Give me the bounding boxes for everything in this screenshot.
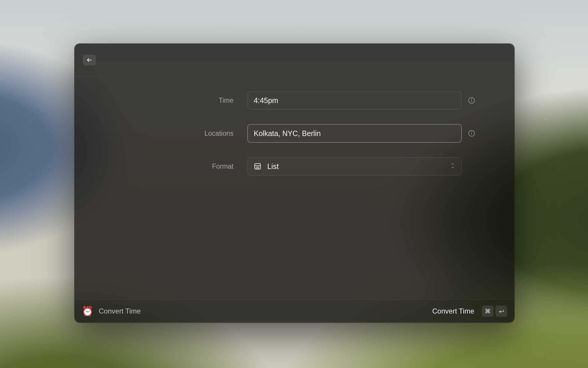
- svg-point-6: [472, 132, 472, 132]
- format-selected-value: List: [267, 162, 450, 171]
- list-icon: [254, 163, 261, 170]
- time-row: Time: [75, 91, 514, 110]
- shortcut-enter-key: [495, 306, 507, 317]
- locations-input[interactable]: [254, 129, 455, 138]
- chevron-down-icon: [450, 163, 455, 170]
- time-input[interactable]: [254, 96, 455, 105]
- convert-time-panel: Time Locations: [74, 44, 514, 323]
- shortcut-cmd-key: ⌘: [482, 306, 494, 317]
- format-label: Format: [75, 163, 248, 170]
- svg-point-3: [472, 99, 472, 99]
- locations-row: Locations: [75, 124, 514, 142]
- footer-left: ⏰ Convert Time: [82, 306, 141, 316]
- panel-header: [75, 44, 514, 77]
- back-button[interactable]: [83, 55, 96, 65]
- locations-info-icon[interactable]: [467, 129, 476, 137]
- alarm-clock-icon: ⏰: [82, 306, 93, 316]
- panel-footer: ⏰ Convert Time Convert Time ⌘: [75, 299, 514, 322]
- form-body: Time Locations: [75, 77, 514, 299]
- convert-time-button[interactable]: Convert Time: [432, 307, 474, 315]
- locations-label: Locations: [75, 130, 248, 137]
- time-label: Time: [75, 97, 248, 105]
- format-select[interactable]: List: [248, 157, 462, 175]
- format-row: Format List: [75, 157, 514, 175]
- time-input-wrap[interactable]: [248, 91, 462, 110]
- locations-input-wrap[interactable]: [248, 124, 462, 142]
- time-info-icon[interactable]: [467, 96, 476, 105]
- footer-title: Convert Time: [99, 307, 141, 315]
